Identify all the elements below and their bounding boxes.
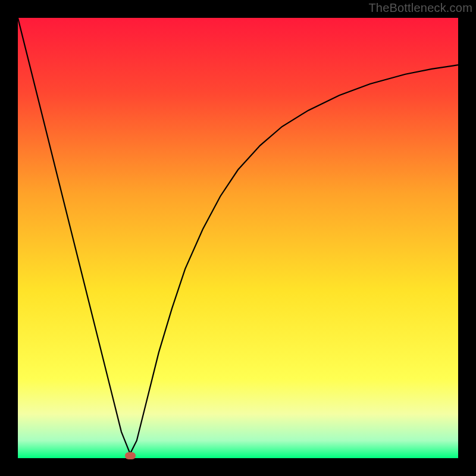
plot-area: [18, 18, 458, 458]
bottleneck-curve: [18, 18, 458, 458]
chart-frame: TheBottleneck.com: [0, 0, 476, 476]
minimum-marker: [125, 452, 136, 459]
watermark-text: TheBottleneck.com: [368, 1, 472, 15]
